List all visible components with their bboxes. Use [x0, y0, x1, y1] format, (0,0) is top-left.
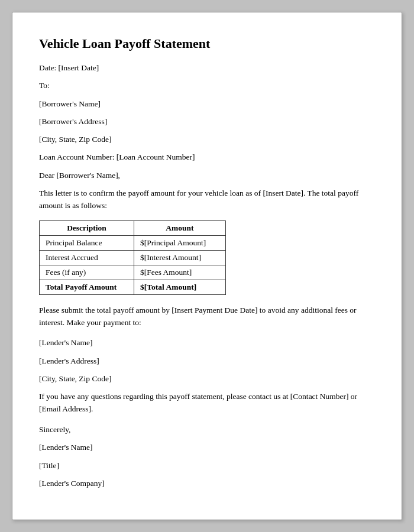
row-description-1: Principal Balance	[40, 235, 134, 250]
loan-account: Loan Account Number: [Loan Account Numbe…	[39, 151, 375, 163]
row-description-3: Fees (if any)	[40, 265, 134, 280]
table-row: Interest Accrued $[Interest Amount]	[40, 250, 226, 265]
intro-paragraph: This letter is to confirm the payoff amo…	[39, 187, 375, 212]
document: Vehicle Loan Payoff Statement Date: [Ins…	[12, 12, 402, 520]
payment-paragraph: Please submit the total payoff amount by…	[39, 304, 375, 329]
sign-name: [Lender's Name]	[39, 442, 375, 453]
payoff-table: Description Amount Principal Balance $[P…	[39, 220, 226, 295]
lender-name: [Lender's Name]	[39, 337, 375, 349]
to-label: To:	[39, 80, 375, 92]
borrower-name: [Borrower's Name]	[39, 98, 375, 110]
table-row: Principal Balance $[Principal Amount]	[40, 235, 226, 250]
row-amount-total: $[Total Amount]	[134, 280, 226, 294]
row-description-2: Interest Accrued	[40, 250, 134, 265]
row-amount-1: $[Principal Amount]	[134, 235, 226, 250]
document-title: Vehicle Loan Payoff Statement	[39, 36, 375, 51]
date-line: Date: [Insert Date]	[39, 62, 375, 74]
row-amount-2: $[Interest Amount]	[134, 250, 226, 265]
lender-address: [Lender's Address]	[39, 355, 375, 367]
table-header-amount: Amount	[134, 220, 226, 235]
borrower-city: [City, State, Zip Code]	[39, 134, 375, 145]
table-header-description: Description	[40, 220, 134, 235]
questions-paragraph: If you have any questions regarding this…	[39, 391, 375, 416]
borrower-address: [Borrower's Address]	[39, 116, 375, 128]
table-row-total: Total Payoff Amount $[Total Amount]	[40, 280, 226, 294]
sign-title: [Title]	[39, 460, 375, 472]
sign-company: [Lender's Company]	[39, 478, 375, 489]
dear-line: Dear [Borrower's Name],	[39, 170, 375, 181]
row-amount-3: $[Fees Amount]	[134, 265, 226, 280]
row-description-total: Total Payoff Amount	[40, 280, 134, 294]
lender-city: [City, State, Zip Code]	[39, 373, 375, 385]
sincerely: Sincerely,	[39, 424, 375, 436]
table-row: Fees (if any) $[Fees Amount]	[40, 265, 226, 280]
